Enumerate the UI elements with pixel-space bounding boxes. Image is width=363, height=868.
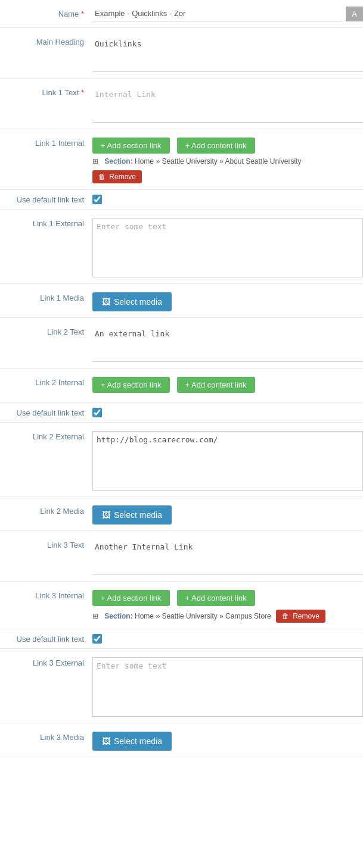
link1-select-media-btn[interactable]: Select media [92,292,172,311]
link1-media-label: Link 1 Media [0,290,92,302]
link3-external-input[interactable] [92,657,363,717]
use-default-link-text3-label: Use default link text [0,635,92,644]
link1-section-info: Section: Home » Seattle University » Abo… [92,157,363,166]
use-default-link-text2-checkbox[interactable] [92,408,102,417]
link2-internal-label: Link 2 Internal [0,374,92,387]
link2-text-input[interactable]: An external link [92,326,363,362]
use-default-link-text1-row: Use default link text [0,190,363,210]
use-default-link-text3-checkbox[interactable] [92,634,102,644]
link3-section-info: Section: Home » Seattle University » Cam… [92,612,271,620]
link3-text-input[interactable]: Another Internal Link [92,539,363,575]
link1-internal-content: + Add section link + Add content link Se… [92,135,363,183]
link3-external-content [92,655,363,717]
link3-section-row: Section: Home » Seattle University » Cam… [92,610,363,623]
link1-external-input[interactable] [92,218,363,277]
link3-select-media-btn[interactable]: Select media [92,732,172,751]
name-label: Name * [0,6,92,18]
trash-icon [98,173,107,181]
link2-text-content: An external link [92,324,363,362]
link2-media-label: Link 2 Media [0,503,92,516]
link3-add-section-btn[interactable]: + Add section link [92,590,170,606]
use-default-link-text1-label: Use default link text [0,195,92,204]
name-row: Name * A [0,0,363,28]
main-heading-label: Main Heading [0,34,92,46]
link2-select-media-btn[interactable]: Select media [92,505,172,524]
link1-internal-btn-row: + Add section link + Add content link [92,138,363,154]
link3-media-label: Link 3 Media [0,729,92,742]
link2-add-section-btn[interactable]: + Add section link [92,377,170,393]
link3-add-content-btn[interactable]: + Add content link [177,590,255,606]
link2-internal-row: Link 2 Internal + Add section link + Add… [0,369,363,403]
link3-text-row: Link 3 Text Another Internal Link [0,531,363,582]
use-default-link-text3-row: Use default link text [0,629,363,649]
media-icon-3 [102,736,110,746]
link1-media-row: Link 1 Media Select media [0,284,363,318]
link2-text-label: Link 2 Text [0,324,92,336]
name-input[interactable] [92,6,343,21]
hierarchy-icon [92,157,100,166]
link1-text-row: Link 1 Text * Internal Link [0,79,363,129]
link3-internal-btn-row: + Add section link + Add content link [92,590,363,606]
link3-text-label: Link 3 Text [0,537,92,549]
link2-media-row: Link 2 Media Select media [0,497,363,531]
link2-internal-content: + Add section link + Add content link [92,374,363,396]
main-heading-row: Main Heading Quicklinks [0,28,363,79]
link1-external-row: Link 1 External [0,210,363,284]
link2-text-row: Link 2 Text An external link [0,318,363,369]
link3-media-content: Select media [92,729,363,751]
link3-remove-btn[interactable]: Remove [276,610,325,623]
media-icon-2 [102,510,110,520]
link3-media-row: Link 3 Media Select media [0,723,363,757]
link2-add-content-btn[interactable]: + Add content link [177,377,255,393]
name-input-wrapper: A [92,6,363,21]
link1-internal-row: Link 1 Internal + Add section link + Add… [0,129,363,190]
main-heading-content: Quicklinks [92,34,363,72]
link3-external-row: Link 3 External [0,649,363,723]
link1-text-label: Link 1 Text * [0,85,92,97]
link1-text-content: Internal Link [92,85,363,123]
link1-external-label: Link 1 External [0,216,92,228]
use-default-link-text1-checkbox[interactable] [92,195,102,204]
link2-external-label: Link 2 External [0,429,92,441]
trash-icon-3 [282,612,291,620]
link2-external-input[interactable]: http://blog.scarecrow.com/ [92,431,363,491]
link2-media-content: Select media [92,503,363,524]
link1-add-section-btn[interactable]: + Add section link [92,138,170,154]
link3-internal-content: + Add section link + Add content link Se… [92,588,363,623]
link3-text-content: Another Internal Link [92,537,363,575]
use-default-link-text2-label: Use default link text [0,408,92,417]
link3-internal-row: Link 3 Internal + Add section link + Add… [0,582,363,629]
link1-text-input[interactable]: Internal Link [92,87,363,123]
use-default-link-text2-row: Use default link text [0,403,363,423]
link1-media-content: Select media [92,290,363,311]
link3-external-label: Link 3 External [0,655,92,667]
link1-internal-label: Link 1 Internal [0,135,92,148]
media-icon [102,297,110,307]
link1-add-content-btn[interactable]: + Add content link [177,138,255,154]
link3-internal-label: Link 3 Internal [0,588,92,600]
link2-internal-btn-row: + Add section link + Add content link [92,377,363,393]
link2-external-row: Link 2 External http://blog.scarecrow.co… [0,423,363,497]
main-heading-input[interactable]: Quicklinks [92,36,363,72]
name-icon-button[interactable]: A [346,7,363,21]
link1-remove-btn[interactable]: Remove [92,170,142,183]
link2-external-content: http://blog.scarecrow.com/ [92,429,363,491]
hierarchy-icon-3 [92,612,100,620]
link1-external-content [92,216,363,277]
